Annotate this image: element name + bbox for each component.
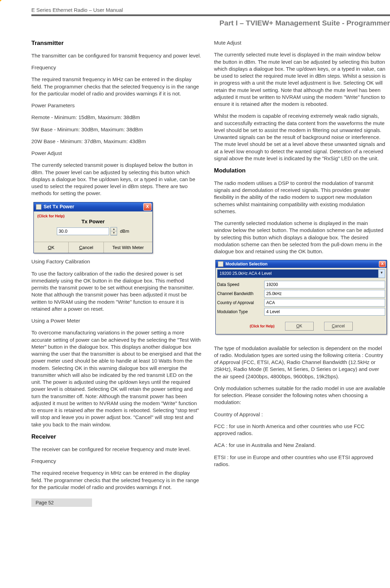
ok-button[interactable]: OOKK: [34, 242, 69, 253]
pp-remote: Remote - Minimum: 15dBm, Maximum: 38dBm: [31, 114, 202, 121]
upm-body: To overcome manufacturing variations in …: [31, 329, 202, 428]
coa-head: Country of Approval :: [214, 411, 387, 418]
value-modulation-type: 4 Level: [264, 308, 385, 316]
tx-power-label: Tx Power: [37, 218, 149, 225]
freq-body: The required transmit frequency in MHz c…: [31, 76, 202, 97]
label-modulation-type: Modulation Type: [217, 309, 264, 315]
mute-p2: Whilst the modem is capable of receiving…: [214, 113, 387, 162]
coa-fcc: FCC : for use in North America and other…: [214, 423, 387, 437]
value-country-approval: ACA: [264, 299, 385, 307]
heading-modulation: Modulation: [214, 167, 387, 175]
rx-freq-body: The required receive frequency in MHz ca…: [31, 470, 202, 491]
app-icon: [36, 204, 41, 210]
rx-freq-head: Frequency: [31, 458, 202, 465]
doc-title: E Series Ethernet Radio – User Manual: [0, 7, 390, 13]
dialog-titlebar: Set Tx Power X: [34, 202, 152, 211]
pp-20w: 20W Base - Minimum: 37dBm, Maximum: 43dB…: [31, 138, 202, 145]
mod-p4: Only modulation schemes suitable for the…: [214, 385, 387, 406]
dialog-modulation-selection: Modulation Selection X 19200 25.0kHz ACA…: [215, 260, 387, 334]
mod-p1: The radio modem utilises a DSP to contro…: [214, 180, 387, 215]
ufc-head: Using Factory Calibration: [31, 258, 202, 265]
pp-5w: 5W Base - Minimum: 30dBm, Maximum: 38dBm: [31, 126, 202, 133]
label-data-speed: Data Speed: [217, 282, 264, 287]
upm-head: Using a Power Meter: [31, 317, 202, 324]
spinner[interactable]: ▲▼: [110, 227, 117, 235]
mute-p1: The currently selected mute level is dis…: [214, 51, 387, 108]
dialog-titlebar: Modulation Selection X: [216, 260, 387, 268]
ok-button[interactable]: OK: [285, 322, 314, 330]
right-column: Mute Adjust The currently selected mute …: [214, 39, 387, 496]
power-adjust-head: Power Adjust: [31, 150, 202, 157]
part-title: Part I – TVIEW+ Management Suite - Progr…: [0, 19, 390, 27]
tx-intro: The transmitter can be configured for tr…: [31, 52, 202, 59]
rx-intro: The receiver can be configured for recei…: [31, 446, 202, 453]
left-column: Transmitter The transmitter can be confi…: [31, 39, 202, 496]
power-params-head: Power Parameters: [31, 102, 202, 109]
value-data-speed: 19200: [264, 281, 385, 288]
coa-aca: ACA : for use in Australia and New Zeala…: [214, 442, 387, 449]
chevron-down-icon[interactable]: ▼: [378, 269, 385, 278]
mod-p3: The type of modulation available for sel…: [214, 345, 387, 380]
header-rule: [31, 15, 390, 16]
page-number: Page 52: [31, 498, 92, 507]
mod-p2: The currently selected modulation scheme…: [214, 220, 387, 255]
unit-label: dBm: [118, 228, 129, 234]
tx-power-input[interactable]: [57, 227, 109, 235]
cancel-button[interactable]: Cancel: [69, 242, 104, 253]
dialog-set-tx-power: Set Tx Power X (Click for Help) Tx Power…: [33, 202, 153, 254]
close-icon[interactable]: X: [143, 203, 152, 211]
modulation-select[interactable]: 19200 25.0kHz ACA 4 Level: [217, 269, 378, 278]
app-icon: [218, 261, 223, 267]
power-adjust-body: The currently selected transmit power is…: [31, 162, 202, 197]
value-channel-bandwidth: 25.0kHz: [264, 290, 385, 297]
dialog-title: Set Tx Power: [44, 203, 143, 210]
label-channel-bandwidth: Channel Bandwidth: [217, 291, 264, 296]
dialog-title: Modulation Selection: [225, 261, 379, 267]
cancel-button[interactable]: Cancel: [324, 322, 353, 330]
heading-receiver: Receiver: [31, 433, 202, 441]
heading-transmitter: Transmitter: [31, 39, 202, 47]
coa-etsi: ETSI : for use in Europe and other count…: [214, 454, 387, 468]
freq-head: Frequency: [31, 64, 202, 71]
corner-decor: [0, 0, 2, 2]
close-icon[interactable]: X: [379, 261, 386, 267]
ufc-body: To use the factory calibration of the ra…: [31, 270, 202, 313]
test-with-meter-button[interactable]: Test With Meter: [104, 242, 152, 253]
label-country-approval: Country of Approval: [217, 300, 264, 305]
help-link[interactable]: (Click for Help): [250, 324, 274, 329]
mute-head: Mute Adjust: [214, 39, 387, 46]
